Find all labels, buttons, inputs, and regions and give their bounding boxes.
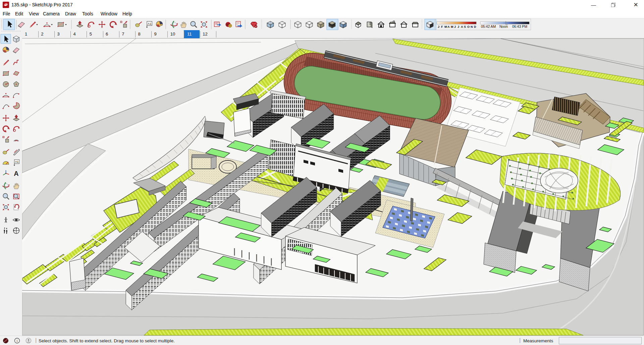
- svg-text:D: D: [474, 25, 476, 28]
- svg-text:J: J: [458, 25, 459, 28]
- svg-text:i: i: [16, 339, 17, 343]
- svg-text:05:42 AM: 05:42 AM: [481, 24, 496, 28]
- svg-text:Noon: Noon: [499, 24, 508, 28]
- svg-text:O: O: [467, 25, 470, 28]
- svg-text:N: N: [471, 25, 473, 28]
- svg-text:F: F: [441, 25, 443, 28]
- svg-text:S: S: [464, 25, 466, 28]
- svg-text:A: A: [447, 25, 450, 28]
- svg-text:M: M: [451, 25, 453, 28]
- svg-text:A: A: [461, 25, 463, 28]
- svg-text:M: M: [444, 25, 447, 28]
- svg-text:J: J: [438, 25, 439, 28]
- svg-text:06:43 PM: 06:43 PM: [512, 24, 527, 28]
- svg-text:J: J: [454, 25, 456, 28]
